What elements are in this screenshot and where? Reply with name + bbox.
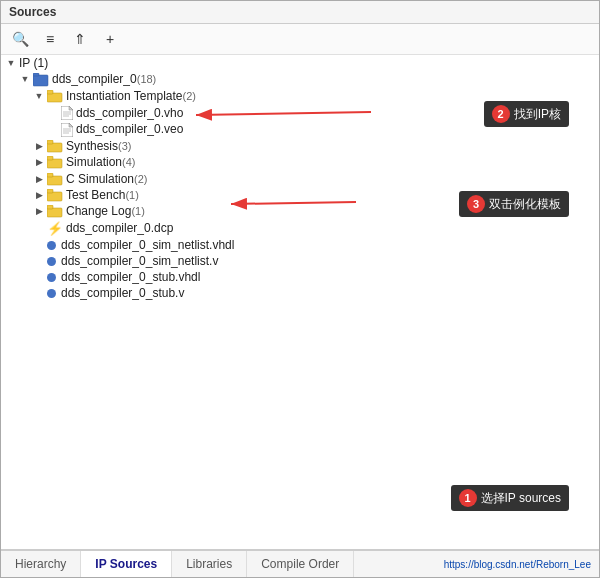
- annotation-double-click: 3 双击例化模板: [459, 191, 569, 217]
- item-text-stub-v: dds_compiler_0_stub.v: [61, 286, 184, 300]
- dot-icon: [47, 286, 61, 300]
- item-text-synthesis: Synthesis: [66, 139, 118, 153]
- expand-icon-stub-vhdl: [33, 271, 45, 283]
- url-display: https://blog.csdn.net/Reborn_Lee: [436, 551, 599, 577]
- dot-icon: [47, 238, 61, 252]
- expand-icon-simulation[interactable]: ▶: [33, 156, 45, 168]
- svg-rect-1: [33, 73, 39, 76]
- item-text-dds-veo: dds_compiler_0.veo: [76, 122, 183, 136]
- tree-container: ▼IP (1)▼ dds_compiler_0 (18)▼ Instantiat…: [1, 55, 599, 485]
- expand-icon-sim-netlist-v: [33, 255, 45, 267]
- folder-icon: [47, 188, 66, 202]
- folder-icon: [47, 139, 66, 153]
- tree-row-sim-netlist-v[interactable]: dds_compiler_0_sim_netlist.v: [1, 253, 599, 269]
- annotation-select-ip: 1 选择IP sources: [451, 485, 569, 511]
- svg-rect-23: [47, 205, 53, 209]
- expand-icon-dds-compiler[interactable]: ▼: [19, 73, 31, 85]
- expand-icon-c-simulation[interactable]: ▶: [33, 173, 45, 185]
- tab-bar: Hierarchy IP Sources Libraries Compile O…: [1, 549, 599, 577]
- expand-icon-sim-netlist-vhdl: [33, 239, 45, 251]
- expand-icon-testbench[interactable]: ▶: [33, 189, 45, 201]
- annotation-find-ip: 2 找到IP核: [484, 101, 569, 127]
- expand-button[interactable]: ⇑: [69, 28, 91, 50]
- svg-rect-15: [47, 140, 53, 144]
- item-count-simulation: (4): [122, 156, 135, 168]
- expand-icon-ip-root[interactable]: ▼: [5, 57, 17, 69]
- toolbar: 🔍 ≡ ⇑ +: [1, 24, 599, 55]
- item-text-dcp-file: dds_compiler_0.dcp: [66, 221, 173, 235]
- svg-rect-20: [47, 192, 62, 201]
- svg-rect-19: [47, 173, 53, 177]
- item-count-c-simulation: (2): [134, 173, 147, 185]
- item-count-inst-template: (2): [183, 90, 196, 102]
- title-bar: Sources: [1, 1, 599, 24]
- svg-marker-5: [69, 106, 73, 110]
- tree-row-synthesis[interactable]: ▶ Synthesis (3): [1, 138, 599, 154]
- ip-folder-icon: [33, 72, 52, 87]
- folder-icon: [47, 155, 66, 169]
- expand-icon-dds-veo: [47, 123, 59, 135]
- item-count-synthesis: (3): [118, 140, 131, 152]
- svg-marker-10: [69, 123, 73, 127]
- svg-rect-0: [33, 75, 48, 86]
- expand-icon-dds-vho: [47, 107, 59, 119]
- tree-row-simulation[interactable]: ▶ Simulation (4): [1, 154, 599, 170]
- collapse-button[interactable]: ≡: [39, 28, 61, 50]
- svg-rect-22: [47, 208, 62, 217]
- tab-libraries[interactable]: Libraries: [172, 551, 247, 577]
- folder-icon: [47, 204, 66, 218]
- item-text-dds-compiler: dds_compiler_0: [52, 72, 137, 86]
- dot-icon: [47, 270, 61, 284]
- tree-row-dcp-file[interactable]: ⚡dds_compiler_0.dcp: [1, 219, 599, 236]
- svg-rect-18: [47, 176, 62, 185]
- tree-row-stub-v[interactable]: dds_compiler_0_stub.v: [1, 285, 599, 301]
- item-text-ip-root: IP (1): [19, 56, 48, 70]
- file-icon: [61, 105, 76, 120]
- expand-icon-dcp-file: [33, 222, 45, 234]
- tree-row-c-simulation[interactable]: ▶ C Simulation (2): [1, 170, 599, 186]
- file-icon: [61, 122, 76, 137]
- folder-icon: [47, 89, 66, 103]
- item-text-stub-vhdl: dds_compiler_0_stub.vhdl: [61, 270, 200, 284]
- tab-hierarchy[interactable]: Hierarchy: [1, 551, 81, 577]
- item-text-sim-netlist-vhdl: dds_compiler_0_sim_netlist.vhdl: [61, 238, 234, 252]
- window-title: Sources: [9, 5, 56, 19]
- svg-rect-3: [47, 90, 53, 94]
- item-text-c-simulation: C Simulation: [66, 172, 134, 186]
- item-count-changelog: (1): [131, 205, 144, 217]
- tab-ip-sources[interactable]: IP Sources: [81, 551, 172, 578]
- item-count-dds-compiler: (18): [137, 73, 157, 85]
- expand-icon-synthesis[interactable]: ▶: [33, 140, 45, 152]
- svg-rect-2: [47, 93, 62, 102]
- svg-rect-21: [47, 189, 53, 193]
- svg-rect-16: [47, 159, 62, 168]
- content-wrapper: ▼IP (1)▼ dds_compiler_0 (18)▼ Instantiat…: [1, 55, 599, 549]
- item-text-dds-vho: dds_compiler_0.vho: [76, 106, 183, 120]
- folder-icon: [47, 171, 66, 185]
- item-count-testbench: (1): [125, 189, 138, 201]
- add-button[interactable]: +: [99, 28, 121, 50]
- dot-icon: [47, 254, 61, 268]
- tree-row-dds-compiler[interactable]: ▼ dds_compiler_0 (18): [1, 71, 599, 88]
- svg-rect-14: [47, 143, 62, 152]
- expand-icon-inst-template[interactable]: ▼: [33, 90, 45, 102]
- dcp-icon: ⚡: [47, 220, 66, 235]
- item-text-inst-template: Instantiation Template: [66, 89, 183, 103]
- search-button[interactable]: 🔍: [9, 28, 31, 50]
- tab-compile-order[interactable]: Compile Order: [247, 551, 354, 577]
- item-text-changelog: Change Log: [66, 204, 131, 218]
- tree-row-sim-netlist-vhdl[interactable]: dds_compiler_0_sim_netlist.vhdl: [1, 237, 599, 253]
- tree-row-stub-vhdl[interactable]: dds_compiler_0_stub.vhdl: [1, 269, 599, 285]
- expand-icon-changelog[interactable]: ▶: [33, 205, 45, 217]
- item-text-simulation: Simulation: [66, 155, 122, 169]
- expand-icon-stub-v: [33, 287, 45, 299]
- tree-row-ip-root[interactable]: ▼IP (1): [1, 55, 599, 71]
- item-text-sim-netlist-v: dds_compiler_0_sim_netlist.v: [61, 254, 218, 268]
- item-text-testbench: Test Bench: [66, 188, 125, 202]
- svg-rect-17: [47, 156, 53, 160]
